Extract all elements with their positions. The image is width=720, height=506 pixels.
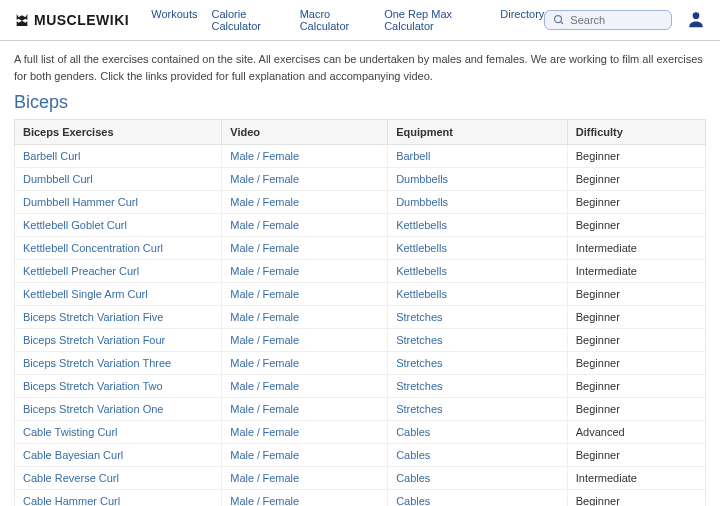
video-male-link[interactable]: Male [230,334,254,346]
exercise-link[interactable]: Kettlebell Concentration Curl [15,237,222,260]
table-row: Kettlebell Concentration CurlMale / Fema… [15,237,706,260]
difficulty-cell: Advanced [567,421,705,444]
video-female-link[interactable]: Female [262,426,299,438]
logo-icon [14,12,30,28]
video-links: Male / Female [222,237,388,260]
search-icon [553,14,565,26]
brand-logo[interactable]: MUSCLEWIKI [14,12,129,28]
exercise-link[interactable]: Biceps Stretch Variation Two [15,375,222,398]
exercise-link[interactable]: Cable Hammer Curl [15,490,222,507]
main-nav: Workouts Calorie Calculator Macro Calcul… [151,8,544,32]
exercise-link[interactable]: Kettlebell Preacher Curl [15,260,222,283]
video-female-link[interactable]: Female [262,472,299,484]
video-links: Male / Female [222,398,388,421]
video-female-link[interactable]: Female [262,449,299,461]
exercise-link[interactable]: Kettlebell Goblet Curl [15,214,222,237]
nav-one-rep-max-calculator[interactable]: One Rep Max Calculator [384,8,486,32]
table-row: Biceps Stretch Variation ThreeMale / Fem… [15,352,706,375]
equipment-link[interactable]: Dumbbells [388,191,568,214]
user-menu[interactable] [686,9,706,32]
equipment-link[interactable]: Kettlebells [388,237,568,260]
video-male-link[interactable]: Male [230,242,254,254]
table-row: Kettlebell Goblet CurlMale / FemaleKettl… [15,214,706,237]
equipment-link[interactable]: Cables [388,444,568,467]
video-male-link[interactable]: Male [230,150,254,162]
exercise-link[interactable]: Cable Bayesian Curl [15,444,222,467]
video-male-link[interactable]: Male [230,311,254,323]
exercise-link[interactable]: Biceps Stretch Variation One [15,398,222,421]
exercise-table-container: Biceps Exercises Video Equipment Difficu… [0,119,720,506]
video-female-link[interactable]: Female [262,265,299,277]
video-female-link[interactable]: Female [262,288,299,300]
table-row: Biceps Stretch Variation TwoMale / Femal… [15,375,706,398]
video-links: Male / Female [222,490,388,507]
video-female-link[interactable]: Female [262,357,299,369]
video-female-link[interactable]: Female [262,380,299,392]
video-male-link[interactable]: Male [230,196,254,208]
video-links: Male / Female [222,306,388,329]
exercise-link[interactable]: Biceps Stretch Variation Three [15,352,222,375]
equipment-link[interactable]: Cables [388,421,568,444]
header: MUSCLEWIKI Workouts Calorie Calculator M… [0,0,720,41]
video-male-link[interactable]: Male [230,426,254,438]
equipment-link[interactable]: Dumbbells [388,168,568,191]
equipment-link[interactable]: Barbell [388,145,568,168]
difficulty-cell: Beginner [567,306,705,329]
exercise-link[interactable]: Cable Reverse Curl [15,467,222,490]
table-row: Barbell CurlMale / FemaleBarbellBeginner [15,145,706,168]
video-male-link[interactable]: Male [230,219,254,231]
difficulty-cell: Beginner [567,168,705,191]
video-male-link[interactable]: Male [230,449,254,461]
video-female-link[interactable]: Female [262,150,299,162]
equipment-link[interactable]: Kettlebells [388,260,568,283]
equipment-link[interactable]: Stretches [388,329,568,352]
video-male-link[interactable]: Male [230,495,254,506]
difficulty-cell: Beginner [567,283,705,306]
equipment-link[interactable]: Cables [388,467,568,490]
video-female-link[interactable]: Female [262,311,299,323]
video-male-link[interactable]: Male [230,380,254,392]
intro-text: A full list of all the exercises contain… [0,41,720,88]
nav-macro-calculator[interactable]: Macro Calculator [300,8,371,32]
equipment-link[interactable]: Stretches [388,352,568,375]
table-row: Biceps Stretch Variation OneMale / Femal… [15,398,706,421]
exercise-link[interactable]: Biceps Stretch Variation Four [15,329,222,352]
table-row: Cable Twisting CurlMale / FemaleCablesAd… [15,421,706,444]
search-box[interactable] [544,10,672,30]
video-male-link[interactable]: Male [230,288,254,300]
nav-calorie-calculator[interactable]: Calorie Calculator [211,8,285,32]
difficulty-cell: Intermediate [567,467,705,490]
equipment-link[interactable]: Kettlebells [388,283,568,306]
video-male-link[interactable]: Male [230,403,254,415]
video-female-link[interactable]: Female [262,219,299,231]
video-male-link[interactable]: Male [230,472,254,484]
nav-directory[interactable]: Directory [500,8,544,32]
video-male-link[interactable]: Male [230,357,254,369]
equipment-link[interactable]: Stretches [388,375,568,398]
table-row: Cable Hammer CurlMale / FemaleCablesBegi… [15,490,706,507]
equipment-link[interactable]: Cables [388,490,568,507]
video-male-link[interactable]: Male [230,265,254,277]
video-female-link[interactable]: Female [262,173,299,185]
video-male-link[interactable]: Male [230,173,254,185]
video-female-link[interactable]: Female [262,334,299,346]
equipment-link[interactable]: Kettlebells [388,214,568,237]
section-title: Biceps [0,88,720,119]
exercise-link[interactable]: Cable Twisting Curl [15,421,222,444]
exercise-link[interactable]: Dumbbell Hammer Curl [15,191,222,214]
exercise-link[interactable]: Kettlebell Single Arm Curl [15,283,222,306]
difficulty-cell: Intermediate [567,260,705,283]
video-female-link[interactable]: Female [262,495,299,506]
video-female-link[interactable]: Female [262,403,299,415]
search-input[interactable] [570,14,663,26]
nav-workouts[interactable]: Workouts [151,8,197,32]
difficulty-cell: Beginner [567,214,705,237]
video-female-link[interactable]: Female [262,242,299,254]
video-links: Male / Female [222,352,388,375]
video-female-link[interactable]: Female [262,196,299,208]
equipment-link[interactable]: Stretches [388,306,568,329]
exercise-link[interactable]: Dumbbell Curl [15,168,222,191]
equipment-link[interactable]: Stretches [388,398,568,421]
exercise-link[interactable]: Barbell Curl [15,145,222,168]
exercise-link[interactable]: Biceps Stretch Variation Five [15,306,222,329]
